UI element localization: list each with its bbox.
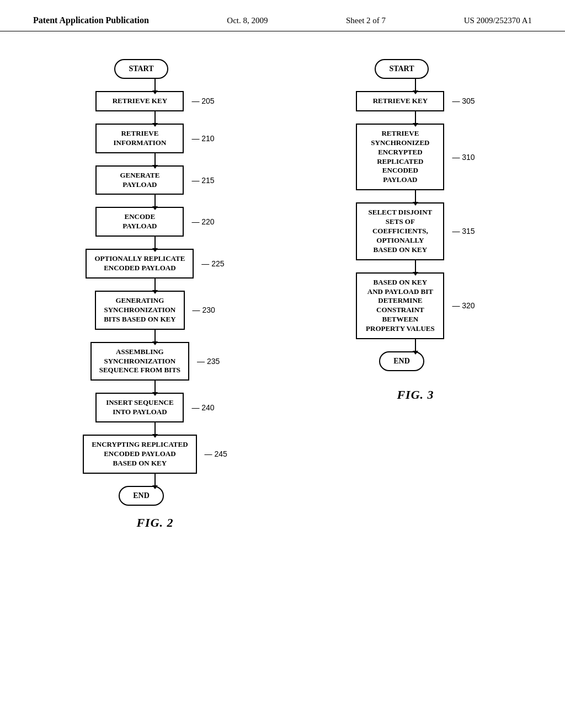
start-oval: START xyxy=(114,59,168,79)
page-header: Patent Application Publication Oct. 8, 2… xyxy=(0,0,565,31)
arrow-2 xyxy=(154,111,156,124)
node-210-row: RETRIEVEINFORMATION — 210 xyxy=(78,124,232,153)
arrow-10 xyxy=(154,474,156,486)
label-245: — 245 xyxy=(205,449,227,458)
arrow-7 xyxy=(154,330,156,342)
label-240: — 240 xyxy=(191,403,214,412)
sheet-info: Sheet 2 of 7 xyxy=(346,16,386,25)
fig3-arrow-1 xyxy=(415,79,416,91)
fig3-arrow-3 xyxy=(415,190,416,202)
node-235-row: ASSEMBLINGSYNCHRONIZATIONSEQUENCE FROM B… xyxy=(78,342,232,381)
node-310-row: RETRIEVESYNCHRONIZEDENCRYPTEDREPLICATEDE… xyxy=(333,124,498,190)
arrow-3 xyxy=(154,153,156,165)
label-220: — 220 xyxy=(191,217,214,226)
node-305: RETRIEVE KEY xyxy=(356,91,444,111)
fig3-start-row: START xyxy=(333,59,498,79)
label-210: — 210 xyxy=(191,134,214,143)
node-205: RETRIEVE KEY xyxy=(95,91,184,111)
node-235: ASSEMBLINGSYNCHRONIZATIONSEQUENCE FROM B… xyxy=(90,342,189,381)
start-node-row: START xyxy=(78,59,232,79)
label-305: — 305 xyxy=(452,97,475,105)
node-320: BASED ON KEYAND PAYLOAD BITDETERMINECONS… xyxy=(356,272,444,339)
label-205: — 205 xyxy=(191,97,214,105)
publication-title: Patent Application Publication xyxy=(33,15,149,25)
fig3-flowchart: START RETRIEVE KEY — 305 RETRIEVESYNCHRO… xyxy=(333,59,498,530)
fig3-arrow-5 xyxy=(415,339,416,351)
patent-number: US 2009/252370 A1 xyxy=(464,16,532,25)
node-210: RETRIEVEINFORMATION xyxy=(95,124,184,153)
node-310: RETRIEVESYNCHRONIZEDENCRYPTEDREPLICATEDE… xyxy=(356,124,444,190)
node-225: OPTIONALLY REPLICATEENCODED PAYLOAD xyxy=(86,249,194,279)
label-315: — 315 xyxy=(452,227,475,235)
node-215-row: GENERATEPAYLOAD — 215 xyxy=(78,165,232,195)
label-215: — 215 xyxy=(191,176,214,185)
arrow-6 xyxy=(154,279,156,291)
label-230: — 230 xyxy=(193,306,215,314)
fig2-title: FIG. 2 xyxy=(136,516,173,530)
fig3-arrow-2 xyxy=(415,111,416,124)
node-220-row: ENCODEPAYLOAD — 220 xyxy=(78,207,232,237)
arrow-1 xyxy=(154,79,156,91)
publication-date: Oct. 8, 2009 xyxy=(227,16,268,25)
label-235: — 235 xyxy=(197,357,220,366)
arrow-4 xyxy=(154,195,156,207)
label-320: — 320 xyxy=(452,301,475,310)
node-220: ENCODEPAYLOAD xyxy=(95,207,184,237)
node-225-row: OPTIONALLY REPLICATEENCODED PAYLOAD — 22… xyxy=(78,249,232,279)
arrow-8 xyxy=(154,381,156,393)
node-245-row: ENCRYPTING REPLICATEDENCODED PAYLOADBASE… xyxy=(78,435,232,474)
node-240-row: INSERT SEQUENCEINTO PAYLOAD — 240 xyxy=(78,393,232,422)
node-230: GENERATINGSYNCHRONIZATIONBITS BASED ON K… xyxy=(95,291,184,330)
main-content: START RETRIEVE KEY — 205 RETRIEVEINFORMA… xyxy=(0,37,565,541)
node-215: GENERATEPAYLOAD xyxy=(95,165,184,195)
node-315: SELECT DISJOINTSETS OFCOEFFICIENTS,OPTIO… xyxy=(356,202,444,260)
fig2-flowchart: START RETRIEVE KEY — 205 RETRIEVEINFORMA… xyxy=(78,59,232,530)
node-240: INSERT SEQUENCEINTO PAYLOAD xyxy=(95,393,184,422)
node-315-row: SELECT DISJOINTSETS OFCOEFFICIENTS,OPTIO… xyxy=(333,202,498,260)
arrow-5 xyxy=(154,237,156,249)
node-320-row: BASED ON KEYAND PAYLOAD BITDETERMINECONS… xyxy=(333,272,498,339)
label-225: — 225 xyxy=(201,259,224,268)
fig3-start-oval: START xyxy=(375,59,428,79)
node-230-row: GENERATINGSYNCHRONIZATIONBITS BASED ON K… xyxy=(78,291,232,330)
fig3-title: FIG. 3 xyxy=(397,388,434,402)
node-245: ENCRYPTING REPLICATEDENCODED PAYLOADBASE… xyxy=(83,435,196,474)
label-310: — 310 xyxy=(452,153,475,162)
arrow-9 xyxy=(154,422,156,435)
fig3-arrow-4 xyxy=(415,260,416,272)
